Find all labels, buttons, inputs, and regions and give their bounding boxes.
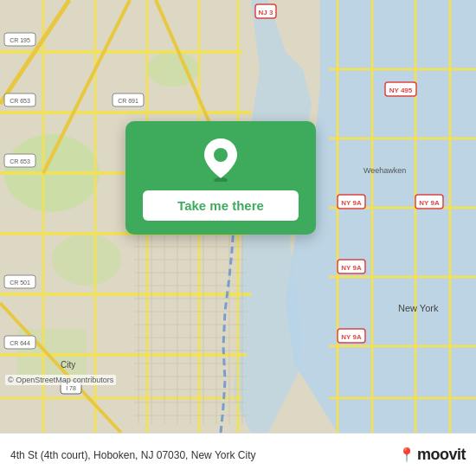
- svg-text:NY 9A: NY 9A: [341, 333, 362, 341]
- svg-point-4: [52, 234, 121, 286]
- address-text: 4th St (4th court), Hoboken, NJ 07030, N…: [10, 449, 398, 461]
- svg-text:NY 9A: NY 9A: [341, 264, 362, 272]
- svg-text:CR 653: CR 653: [10, 158, 30, 164]
- svg-text:CR 691: CR 691: [118, 98, 138, 104]
- moovit-text: moovit: [417, 446, 466, 464]
- svg-text:CR 501: CR 501: [10, 280, 30, 286]
- bottom-bar: 4th St (4th court), Hoboken, NJ 07030, N…: [0, 433, 476, 476]
- svg-point-87: [214, 148, 228, 162]
- svg-text:NY 495: NY 495: [389, 87, 413, 94]
- moovit-logo: 📍 moovit: [398, 446, 466, 464]
- navigation-card: Take me there: [125, 121, 316, 235]
- svg-text:CR 653: CR 653: [10, 98, 30, 104]
- map-container: NY 9A NY 9A NY 9A NY 9A NY 495 NJ 3 CR 1…: [0, 0, 476, 433]
- svg-text:CR 644: CR 644: [10, 340, 30, 346]
- location-pin-icon: [198, 137, 243, 182]
- svg-text:New York: New York: [398, 303, 439, 313]
- moovit-pin-icon: 📍: [398, 447, 415, 463]
- svg-text:City: City: [61, 360, 75, 370]
- svg-text:I 78: I 78: [66, 385, 76, 391]
- svg-text:NJ 3: NJ 3: [259, 9, 273, 16]
- take-me-there-button[interactable]: Take me there: [143, 190, 299, 221]
- svg-text:NY 9A: NY 9A: [419, 199, 440, 207]
- svg-text:Weehawken: Weehawken: [363, 166, 406, 175]
- map-attribution: © OpenStreetMap contributors: [5, 375, 116, 385]
- svg-text:CR 195: CR 195: [10, 37, 30, 43]
- svg-text:NY 9A: NY 9A: [341, 199, 362, 207]
